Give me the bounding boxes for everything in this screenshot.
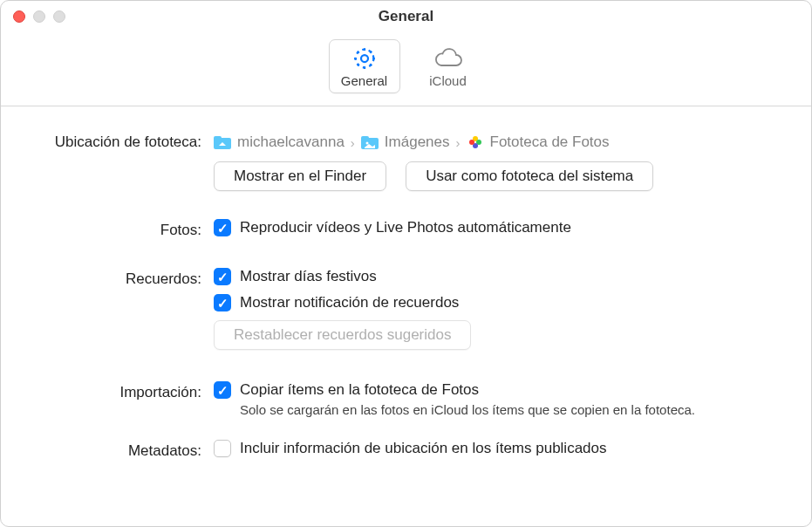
content-area: Ubicación de fototeca: michaelcavanna › … <box>1 106 811 489</box>
holidays-label: Mostrar días festivos <box>240 268 377 285</box>
tab-general[interactable]: General <box>329 39 400 93</box>
check-icon: ✓ <box>217 297 229 310</box>
chevron-right-icon: › <box>456 135 461 150</box>
breadcrumb-seg-2: Imágenes <box>385 133 450 151</box>
toolbar: General iCloud <box>1 32 811 106</box>
chevron-right-icon: › <box>351 135 355 150</box>
include-location-label: Incluir información de ubicación en los … <box>240 440 607 457</box>
show-in-finder-button[interactable]: Mostrar en el Finder <box>214 161 386 191</box>
gear-icon <box>351 45 378 72</box>
include-location-checkbox[interactable] <box>214 440 231 457</box>
autoplay-checkbox[interactable]: ✓ <box>214 219 231 236</box>
autoplay-label: Reproducir vídeos y Live Photos automáti… <box>240 219 571 236</box>
minimize-window-button[interactable] <box>33 10 45 23</box>
svg-point-6 <box>365 142 368 145</box>
breadcrumb: michaelcavanna › Imágenes › <box>214 131 792 161</box>
home-folder-icon <box>214 135 231 149</box>
check-icon: ✓ <box>217 222 229 235</box>
memories-label: Recuerdos: <box>20 268 214 288</box>
zoom-window-button[interactable] <box>53 10 65 23</box>
metadata-label: Metadatos: <box>20 440 214 460</box>
check-icon: ✓ <box>217 270 229 284</box>
location-label: Ubicación de fototeca: <box>20 131 214 151</box>
import-label: Importación: <box>20 381 214 401</box>
tab-general-label: General <box>341 73 387 88</box>
reset-memories-button: Restablecer recuerdos sugeridos <box>214 320 471 350</box>
breadcrumb-seg-3: Fototeca de Fotos <box>490 133 610 151</box>
copy-items-label: Copiar ítems en la fototeca de Fotos <box>240 381 479 399</box>
memories-notification-label: Mostrar notificación de recuerdos <box>240 294 459 311</box>
use-as-system-library-button[interactable]: Usar como fototeca del sistema <box>406 161 653 191</box>
tab-icloud-label: iCloud <box>429 73 467 88</box>
breadcrumb-seg-1: michaelcavanna <box>237 133 345 151</box>
copy-items-checkbox[interactable]: ✓ <box>214 381 231 399</box>
pictures-folder-icon <box>361 135 379 149</box>
traffic-lights <box>13 10 65 23</box>
tab-icloud[interactable]: iCloud <box>413 39 484 93</box>
svg-point-0 <box>361 55 368 62</box>
memories-notification-checkbox[interactable]: ✓ <box>214 294 231 311</box>
svg-rect-3 <box>214 136 222 140</box>
cloud-icon <box>432 45 465 72</box>
check-icon: ✓ <box>217 384 229 397</box>
titlebar: General <box>1 1 811 32</box>
window-title: General <box>379 8 433 25</box>
close-window-button[interactable] <box>13 10 25 23</box>
holidays-checkbox[interactable]: ✓ <box>214 268 231 285</box>
svg-point-10 <box>469 140 474 145</box>
photos-label: Fotos: <box>20 219 214 239</box>
copy-items-help: Solo se cargarán en las fotos en iCloud … <box>240 402 792 417</box>
photos-library-icon <box>467 135 484 149</box>
svg-rect-5 <box>361 136 369 140</box>
preferences-window: General General iCloud Ubicación d <box>0 0 812 527</box>
